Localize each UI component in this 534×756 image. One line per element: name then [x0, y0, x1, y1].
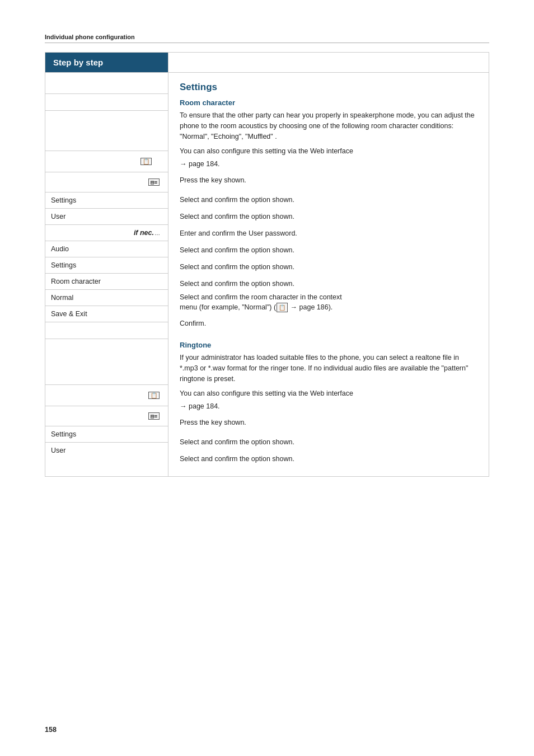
- empty-label-3: [45, 111, 168, 151]
- step-audio-right: Select and confirm the option shown.: [180, 242, 477, 259]
- ringtone-icon-row-1: 📋: [45, 385, 168, 406]
- step-ringtone-settings-label: Settings: [45, 426, 168, 442]
- room-char-press-key: Press the key shown.: [180, 175, 477, 186]
- page: Individual phone configuration Step by s…: [0, 0, 534, 756]
- empty-label-2: [45, 94, 168, 110]
- dots-icon: …: [154, 230, 160, 236]
- ringtone-title: Ringtone: [180, 341, 477, 349]
- ringtone-press-key: Press the key shown.: [180, 417, 477, 428]
- step-room-char-right: Select and confirm the option shown.: [180, 275, 477, 292]
- step-save-exit: Save & Exit: [45, 306, 168, 322]
- icon-row-2: ▤≡: [45, 172, 168, 192]
- step-user-1: User: [45, 209, 168, 225]
- ringtone-web-icon-left: 📋: [45, 385, 168, 406]
- step-audio-label: Audio: [45, 241, 168, 257]
- room-char-press-key-text: Press the key shown.: [180, 176, 246, 184]
- room-char-web-arrow: → page 184.: [180, 159, 477, 170]
- ringtone-icon-row-2: ▤≡: [45, 406, 168, 426]
- ringtone-web-note: You can also configure this setting via …: [180, 388, 477, 399]
- section-header-text: Individual phone configuration: [45, 34, 135, 40]
- step-ringtone-user: User: [45, 443, 168, 458]
- page-number: 158: [45, 726, 57, 734]
- step-settings-2: Settings: [45, 257, 168, 274]
- step-user-1-label: User: [45, 209, 168, 224]
- normal-icon: 📋: [277, 303, 288, 312]
- step-ifnec-right: Enter and confirm the User password.: [180, 225, 477, 242]
- ringtone-web-icon: 📋: [148, 392, 160, 399]
- step-ringtone-settings: Settings: [45, 426, 168, 443]
- empty-label-rt: [45, 322, 168, 339]
- content-left-col: 📋 ▤≡ Settings User: [45, 73, 168, 476]
- step-save-exit-label: Save & Exit: [45, 306, 168, 322]
- ringtone-step-user-right: Select and confirm the option shown.: [180, 450, 477, 467]
- room-char-arrow-text: → page 184.: [180, 160, 220, 168]
- ringtone-web-note-text: You can also configure this setting via …: [180, 389, 353, 397]
- content-right-col: Settings Room character To ensure that t…: [168, 73, 489, 476]
- ringtone-section: Ringtone If your administrator has loade…: [180, 341, 477, 467]
- empty-row-settings-title: [45, 73, 168, 94]
- step-room-char: Room character: [45, 274, 168, 290]
- icon-row-1: 📋: [45, 151, 168, 172]
- step-by-step-label: Step by step: [45, 53, 168, 72]
- empty-ringtone-title: [45, 322, 168, 339]
- ringtone-steps-right: Select and confirm the option shown. Sel…: [180, 434, 477, 467]
- header-row: Step by step: [45, 53, 489, 73]
- room-char-steps-right: Select and confirm the option shown. Sel…: [180, 191, 477, 332]
- step-audio: Audio: [45, 241, 168, 257]
- if-nec-text: if nec.: [134, 229, 154, 237]
- web-interface-icon: 📋: [140, 158, 152, 165]
- room-character-title: Room character: [180, 98, 477, 107]
- empty-label: [45, 73, 168, 93]
- empty-ringtone-desc: [45, 339, 168, 385]
- ringtone-arrow-text: → page 184.: [180, 402, 220, 410]
- settings-title: Settings: [180, 82, 477, 93]
- key-icon: ▤≡: [148, 179, 160, 186]
- room-character-description: To ensure that the other party can hear …: [180, 110, 477, 142]
- empty-row-description: [45, 111, 168, 151]
- step-settings-1: Settings: [45, 192, 168, 209]
- ringtone-description: If your administrator has loaded suitabl…: [180, 353, 477, 384]
- step-settings-1-label: Settings: [45, 192, 168, 208]
- empty-row-room-char-title: [45, 94, 168, 111]
- step-ringtone-user-label: User: [45, 443, 168, 458]
- step-normal-label: Normal: [45, 290, 168, 306]
- step-normal: Normal: [45, 290, 168, 306]
- header-right-empty: [168, 53, 489, 72]
- main-content-box: Step by step: [45, 52, 489, 477]
- ringtone-key-icon-left: ▤≡: [45, 406, 168, 426]
- ringtone-key-icon: ▤≡: [148, 412, 160, 420]
- step-settings-2-label: Settings: [45, 257, 168, 273]
- step-settings-2-right: Select and confirm the option shown.: [180, 259, 477, 275]
- press-key-icon-left: ▤≡: [45, 172, 168, 192]
- empty-label-rt2: [45, 339, 168, 384]
- step-ifnec: if nec. …: [45, 225, 168, 241]
- section-header: Individual phone configuration: [45, 34, 489, 43]
- ringtone-press-key-text: Press the key shown.: [180, 419, 246, 426]
- step-settings-1-right: Select and confirm the option shown.: [180, 191, 477, 208]
- ringtone-step-settings-right: Select and confirm the option shown.: [180, 434, 477, 450]
- room-char-web-note-text: You can also configure this setting via …: [180, 147, 353, 155]
- content-area: 📋 ▤≡ Settings User: [45, 73, 489, 476]
- step-save-exit-right: Confirm.: [180, 315, 477, 332]
- room-character-web-note: You can also configure this setting via …: [180, 146, 477, 157]
- step-normal-right: Select and confirm the room character in…: [180, 292, 477, 313]
- step-user-1-right: Select and confirm the option shown.: [180, 208, 477, 225]
- ringtone-web-arrow: → page 184.: [180, 401, 477, 412]
- step-ifnec-label: if nec. …: [45, 225, 168, 241]
- step-room-char-label: Room character: [45, 274, 168, 289]
- web-icon-left: 📋: [45, 151, 160, 172]
